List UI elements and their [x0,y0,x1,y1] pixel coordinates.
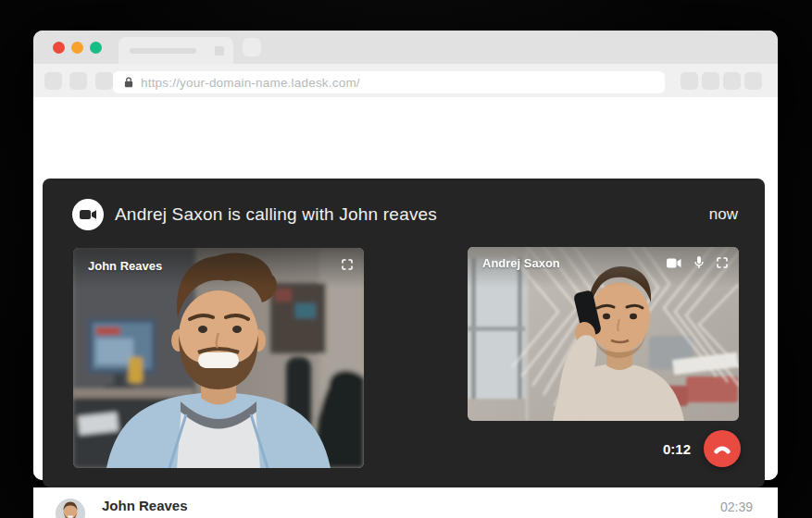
hangup-button[interactable] [704,430,741,467]
lock-icon [124,77,133,88]
videocam-badge [72,199,104,230]
browser-tab[interactable] [119,37,233,64]
close-window-button[interactable] [53,42,65,54]
video-tile-andrej-saxon: Andrej Saxon [468,247,739,421]
toolbar-button-4[interactable] [744,72,762,90]
toolbar-button-2[interactable] [702,72,719,90]
browser-toolbar: https://your-domain-name.ladesk.com/ [33,64,778,97]
videocam-icon [667,258,681,268]
toolbar-button-3[interactable] [723,72,741,90]
video-tile-header: John Reaves [73,248,364,289]
chat-message-row: John Reaves You can also chat in this ca… [33,487,778,518]
fullscreen-button[interactable] [717,257,728,268]
video-call-panel: Andrej Saxon is calling with John reaves… [43,179,765,487]
mic-icon [694,256,704,269]
fullscreen-icon [342,259,353,270]
tab-title-placeholder [130,48,196,54]
minimize-window-button[interactable] [71,42,83,54]
tab-close-icon[interactable] [215,46,224,56]
chat-author: John Reaves [102,498,188,513]
zoom-window-button[interactable] [90,42,102,54]
page-content: Andrej Saxon is calling with John reaves… [33,97,778,480]
browser-window: https://your-domain-name.ladesk.com/ And… [33,31,778,480]
back-button[interactable] [44,72,62,90]
toolbar-button-1[interactable] [681,72,698,90]
video-label: John Reaves [88,259,162,273]
mic-toggle-button[interactable] [694,256,704,269]
video-tile-john-reaves: John Reaves [73,248,364,468]
fullscreen-button[interactable] [342,259,353,270]
url-text: https://your-domain-name.ladesk.com/ [141,76,360,90]
avatar [56,499,85,518]
call-duration: 0:12 [663,441,691,457]
call-title: Andrej Saxon is calling with John reaves [115,199,437,230]
url-bar[interactable]: https://your-domain-name.ladesk.com/ [113,71,665,93]
browser-tab-strip [33,31,778,64]
video-tile-header: Andrej Saxon [468,247,739,288]
new-tab-button[interactable] [243,38,261,56]
call-controls: 0:12 [663,430,741,467]
chat-time: 02:39 [720,500,753,514]
reload-button[interactable] [95,72,113,90]
videocam-icon [80,209,96,220]
video-label: Andrej Saxon [482,256,560,270]
camera-toggle-button[interactable] [667,258,681,268]
call-timestamp: now [709,199,738,230]
fullscreen-icon [717,257,728,268]
phone-hangup-icon [712,439,732,458]
forward-button[interactable] [69,72,87,90]
